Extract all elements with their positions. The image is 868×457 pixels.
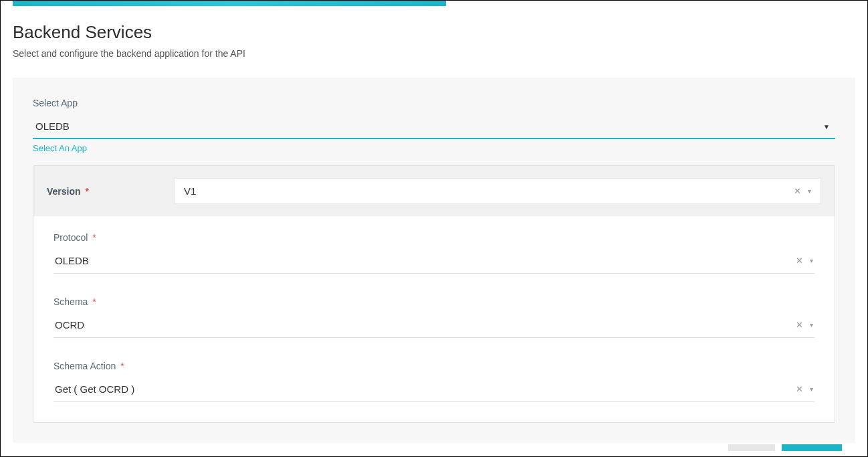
schema-action-value: Get ( Get OCRD )	[55, 383, 134, 395]
select-app-label: Select App	[33, 98, 835, 108]
version-value: V1	[184, 185, 196, 197]
required-indicator: *	[92, 232, 96, 243]
caret-down-icon: ▼	[823, 123, 830, 130]
clear-icon[interactable]: ✕	[796, 256, 803, 266]
select-an-app-link[interactable]: Select An App	[33, 143, 87, 153]
select-controls: ✕ ▾	[796, 384, 813, 394]
select-app-value: OLEDB	[35, 120, 70, 132]
version-select[interactable]: V1 ✕ ▾	[174, 178, 821, 204]
schema-action-select[interactable]: Get ( Get OCRD ) ✕ ▾	[53, 379, 815, 402]
chevron-down-icon[interactable]: ▾	[810, 385, 813, 393]
schema-label: Schema *	[53, 296, 815, 307]
progress-bar	[13, 1, 446, 6]
select-controls: ✕ ▾	[796, 320, 813, 330]
schema-field: Schema * OCRD ✕ ▾	[53, 296, 815, 338]
schema-action-label: Schema Action *	[53, 361, 815, 371]
inner-fields: Protocol * OLEDB ✕ ▾	[33, 216, 835, 422]
footer-buttons	[728, 444, 842, 451]
protocol-value: OLEDB	[55, 255, 89, 266]
form-panel: Select App OLEDB ▼ Select An App Version…	[13, 78, 855, 443]
chevron-down-icon[interactable]: ▾	[810, 257, 813, 264]
primary-button[interactable]	[782, 444, 842, 451]
page-content: Backend Services Select and configure th…	[1, 6, 867, 443]
protocol-label: Protocol *	[53, 232, 815, 243]
select-controls: ✕ ▾	[796, 256, 813, 266]
required-indicator: *	[120, 361, 124, 371]
app-frame: Backend Services Select and configure th…	[0, 0, 868, 457]
chevron-down-icon[interactable]: ▾	[810, 321, 813, 329]
page-subtitle: Select and configure the backend applica…	[13, 48, 855, 59]
clear-icon[interactable]: ✕	[794, 186, 801, 196]
clear-icon[interactable]: ✕	[796, 320, 803, 330]
page-title: Backend Services	[13, 22, 855, 43]
version-row: Version * V1 ✕ ▾	[33, 166, 835, 216]
version-label: Version *	[47, 186, 174, 197]
protocol-field: Protocol * OLEDB ✕ ▾	[53, 232, 815, 274]
secondary-button[interactable]	[728, 444, 775, 451]
protocol-select[interactable]: OLEDB ✕ ▾	[53, 251, 815, 274]
chevron-down-icon[interactable]: ▾	[808, 187, 811, 195]
schema-action-field: Schema Action * Get ( Get OCRD ) ✕ ▾	[53, 361, 815, 402]
schema-value: OCRD	[55, 319, 84, 331]
clear-icon[interactable]: ✕	[796, 384, 803, 394]
required-indicator: *	[85, 186, 88, 197]
required-indicator: *	[92, 296, 96, 307]
config-box: Version * V1 ✕ ▾ Protocol	[33, 165, 835, 423]
select-controls: ✕ ▾	[794, 186, 811, 196]
schema-select[interactable]: OCRD ✕ ▾	[53, 315, 815, 338]
select-app-dropdown[interactable]: OLEDB ▼	[33, 115, 835, 139]
